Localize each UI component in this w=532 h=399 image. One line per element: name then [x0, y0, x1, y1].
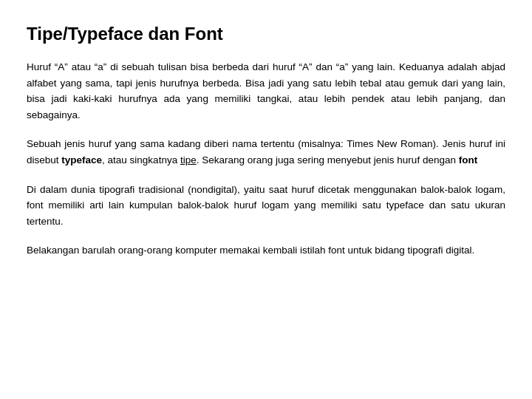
typeface-bold: typeface	[61, 154, 102, 166]
tipe-underline: tipe	[180, 154, 197, 166]
paragraph-2-text-3: . Sekarang orang juga sering menyebut je…	[197, 154, 459, 166]
page-title: Tipe/Typeface dan Font	[27, 24, 505, 44]
paragraph-2-text-2: , atau singkatnya	[102, 154, 180, 166]
paragraph-4: Belakangan barulah orang-orang komputer …	[27, 242, 505, 259]
font-bold: font	[459, 154, 477, 166]
paragraph-2: Sebuah jenis huruf yang sama kadang dibe…	[27, 136, 505, 168]
paragraph-3: Di dalam dunia tipografi tradisional (no…	[27, 182, 505, 230]
page-container: Tipe/Typeface dan Font Huruf “A” atau “a…	[0, 0, 532, 399]
paragraph-1: Huruf “A” atau “a” di sebuah tulisan bis…	[27, 59, 505, 123]
